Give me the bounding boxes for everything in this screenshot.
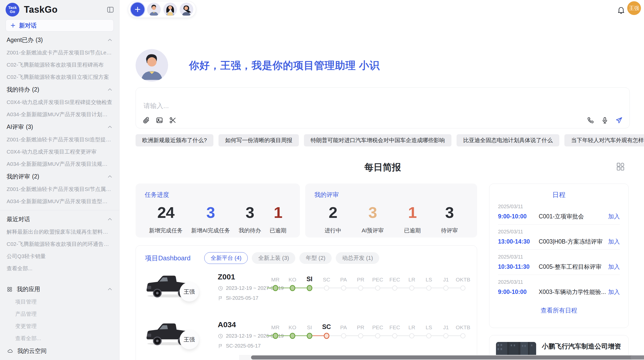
milestone: FEC	[386, 274, 403, 292]
app-item[interactable]: 变更管理	[0, 320, 119, 332]
project-row[interactable]: 王强A0342023-12-19 ~ 2026-01-19SC-2025-05-…	[136, 318, 477, 358]
project-dashboard-card: 项目Dashboard 全新平台 (4)全新上装 (3)年型 (2)动总开发 (…	[136, 245, 477, 360]
milestone: PA	[335, 274, 352, 292]
sidebar-item[interactable]: A034-全新新能源MUV产品开发项目计划变更表编写	[0, 108, 119, 121]
attachment-icon[interactable]	[142, 116, 150, 124]
stat-label: 新增完成任务	[149, 227, 183, 234]
project-flag-row: SI-2025-05-17	[218, 295, 284, 301]
chevron-up-icon	[107, 217, 113, 222]
briefing-layout-icon[interactable]	[616, 162, 625, 171]
view-all-schedule-link[interactable]: 查看所有日程	[498, 306, 620, 314]
clock-icon	[218, 333, 223, 339]
sidebar-item[interactable]: C02-飞腾新能源轻客改款项目里程碑画布	[0, 59, 119, 71]
sidebar-item[interactable]: C0X4-动力总成开发项目工程变更评审	[0, 146, 119, 158]
suggestion-chip[interactable]: 当下年轻人对汽车外观有怎样的喜好趋势	[564, 134, 644, 146]
milestone: KO	[284, 274, 301, 292]
milestone-label: SC	[322, 321, 331, 331]
scrollbar-thumb[interactable]	[251, 355, 644, 359]
event-time: 10:30-11:30	[498, 263, 539, 270]
milestone-dot-row	[455, 284, 472, 292]
chevron-up-icon	[107, 37, 113, 43]
sidebar-item[interactable]: C0X4-动力总成开发项目SI里程碑提交物检查	[0, 96, 119, 108]
milestone-dot-row	[403, 332, 420, 340]
suggestion-chip[interactable]: 如何写一份清晰的项目周报	[218, 134, 299, 146]
recent-chat-item[interactable]: 公司Q3轻卡销量	[0, 250, 119, 262]
dashboard-tab[interactable]: 全新上装 (3)	[252, 252, 295, 264]
notification-bell-icon[interactable]	[617, 6, 625, 14]
milestone-dot-row	[403, 284, 420, 292]
microphone-icon[interactable]	[601, 116, 609, 124]
milestone-dot-row	[318, 332, 335, 340]
member-avatar-3[interactable]	[180, 3, 193, 16]
my-apps-header[interactable]: 我的应用	[0, 283, 119, 296]
sidebar-item[interactable]: A034-全新新能源MUV产品开发项目造型可行性评审	[0, 195, 119, 207]
member-avatar-1[interactable]	[147, 3, 161, 16]
stat-label: 已逾期	[270, 227, 286, 234]
stat-label: 我的待办	[239, 227, 261, 234]
spacer	[0, 275, 119, 283]
sidebar-section-header[interactable]: 我的待办(2)	[0, 83, 119, 96]
scissors-icon[interactable]	[169, 116, 177, 124]
chevron-up-icon	[107, 287, 113, 292]
image-upload-icon[interactable]	[156, 116, 163, 124]
stat-label: 已逾期	[404, 227, 421, 234]
suggestion-chip[interactable]: 特朗普可能对进口汽车增税会对中国车企造成哪些影响	[304, 134, 451, 146]
dashboard-tab[interactable]: 年型 (2)	[299, 252, 332, 264]
milestone-dot	[426, 333, 431, 338]
suggestion-chip[interactable]: 欧洲新规最近颁布了什么?	[136, 134, 213, 146]
member-avatar-2[interactable]	[163, 3, 177, 16]
event-join-link[interactable]: 加入	[608, 288, 620, 296]
milestone-dot-row	[455, 332, 472, 340]
recent-chat-item[interactable]: 解释最新出台的欧盟报废车法规再生塑料比例被调至15%...	[0, 226, 119, 238]
stat-label: 待评审	[441, 227, 458, 234]
suggestion-chip[interactable]: 比亚迪全固态电池计划具体说了什么	[457, 134, 559, 146]
member-pill	[128, 1, 196, 18]
milestone-strip: MRKOSISCPAPRPECFECLRLSJ1OKTB	[267, 274, 472, 292]
event-title: C005-整车工程目标评审	[539, 263, 608, 271]
sidebar-item[interactable]: A034-全新新能源MUV产品开发项目法规符合性评审	[0, 158, 119, 170]
app-item[interactable]: 产品管理	[0, 308, 119, 320]
recent-chat-item[interactable]: C02-飞腾新能源轻客改款项目的闭环通告反馈情况	[0, 238, 119, 250]
event-join-link[interactable]: 加入	[608, 238, 620, 246]
new-chat-button[interactable]: 新对话	[6, 19, 114, 32]
horizontal-scrollbar	[239, 355, 644, 360]
send-icon[interactable]	[615, 116, 623, 124]
milestone-label: PR	[357, 321, 364, 331]
section-label: Agent已办	[7, 36, 34, 44]
stat-row: 2进行中3AI预评审1已逾期3待评审	[314, 204, 468, 234]
chat-input[interactable]	[143, 101, 550, 112]
app-item[interactable]: 项目管理	[0, 296, 119, 308]
stat-card-title: 我的评审	[314, 191, 468, 199]
milestone-dot-row	[267, 284, 284, 292]
project-row[interactable]: 王强Z0012023-12-19 ~ 2027-01-19SI-2025-05-…	[136, 270, 477, 311]
milestone: MR	[267, 321, 284, 340]
milestone-dot	[307, 333, 312, 339]
schedule-event: 2025/03/119:00-10:00X003-车辆动力学性能验...加入	[498, 275, 620, 300]
milestone-dot	[392, 286, 397, 291]
sidebar-section-header[interactable]: AI评审(3)	[0, 121, 119, 133]
sidebar-item[interactable]: Z001-全新燃油轻卡产品开发项目SI造型提交物评审	[0, 133, 119, 146]
scrollbar-thumb-right[interactable]	[631, 355, 644, 359]
sidebar-item-cloud[interactable]: 我的云空间	[0, 344, 119, 357]
event-join-link[interactable]: 加入	[608, 213, 620, 220]
milestone-dot-row	[386, 284, 403, 292]
apps-view-all-link[interactable]: 查看全部...	[0, 332, 119, 344]
recent-view-all-link[interactable]: 查看全部...	[0, 262, 119, 275]
sidebar-section-header[interactable]: Agent已办(3)	[0, 34, 119, 47]
sidebar-item[interactable]: Z001-全新燃油轻卡产品开发项目SI节点属性5D文件评审	[0, 183, 119, 195]
event-join-link[interactable]: 加入	[608, 263, 620, 271]
milestone-dot-row	[352, 332, 369, 340]
phone-icon[interactable]	[587, 116, 594, 124]
sidebar-item-star[interactable]: 我的收藏	[0, 357, 119, 360]
sidebar-item[interactable]: Z001-全新燃油皮卡产品开发项目SI节点Lesson Learn报告	[0, 47, 119, 59]
dashboard-tab[interactable]: 全新平台 (4)	[204, 252, 248, 264]
sidebar-item[interactable]: C02-飞腾新能源轻客改款项目立项汇报方案	[0, 71, 119, 83]
user-avatar[interactable]: 王强	[627, 1, 641, 15]
recent-chats-header[interactable]: 最近对话	[0, 213, 119, 226]
dashboard-tab[interactable]: 动总开发 (1)	[336, 252, 379, 264]
event-time: 13:00-14:30	[498, 238, 539, 245]
sidebar-collapse-icon[interactable]	[107, 6, 114, 13]
project-owner-badge: 王强	[180, 330, 199, 349]
sidebar-section-header[interactable]: 我的评审(2)	[0, 170, 119, 183]
add-member-button[interactable]	[131, 3, 144, 16]
